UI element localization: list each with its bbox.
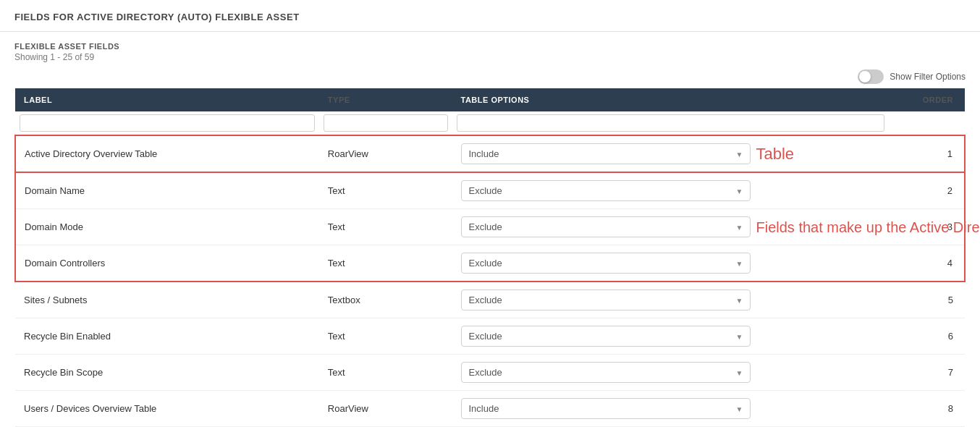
select-wrapper: IncludeExclude ▼: [461, 253, 751, 274]
table-row: Domain Name Text IncludeExclude ▼ 2: [15, 172, 965, 209]
cell-order: 3: [889, 209, 965, 245]
cell-order: 5: [889, 282, 965, 318]
table-row: Active Directory Overview Table RoarView…: [15, 135, 965, 172]
table-container: LABEL TYPE TABLE OPTIONS ORDER Active Di…: [0, 88, 980, 427]
option-select[interactable]: IncludeExclude: [461, 216, 751, 237]
filter-row: [15, 111, 965, 135]
cell-label: Active Directory Overview Table: [15, 135, 319, 172]
fields-table: LABEL TYPE TABLE OPTIONS ORDER Active Di…: [14, 88, 966, 427]
cell-options: IncludeExclude ▼: [452, 282, 890, 318]
toggle[interactable]: [858, 69, 884, 84]
table-row: Recycle Bin Scope Text IncludeExclude ▼ …: [15, 355, 965, 391]
header-order: ORDER: [889, 88, 965, 111]
table-row: Recycle Bin Enabled Text IncludeExclude …: [15, 318, 965, 355]
cell-label: Domain Name: [15, 172, 319, 209]
cell-type: Text: [319, 355, 452, 391]
cell-options: IncludeExclude ▼: [452, 355, 890, 391]
cell-order: 2: [889, 172, 965, 209]
cell-options: IncludeExclude ▼: [452, 172, 890, 209]
cell-type: RoarView: [319, 135, 452, 172]
option-select[interactable]: IncludeExclude: [461, 326, 751, 347]
select-wrapper: IncludeExclude ▼: [461, 180, 751, 201]
table-row: Domain Controllers Text IncludeExclude ▼…: [15, 245, 965, 282]
option-select[interactable]: IncludeExclude: [461, 362, 751, 383]
cell-type: Textbox: [319, 282, 452, 318]
cell-type: Text: [319, 318, 452, 355]
annotation-table: Table: [756, 145, 795, 164]
table-row: Sites / Subnets Textbox IncludeExclude ▼…: [15, 282, 965, 318]
page-title: FIELDS FOR ACTIVE DIRECTORY (AUTO) FLEXI…: [14, 12, 966, 22]
cell-options: IncludeExclude ▼: [452, 245, 890, 282]
page-header: FIELDS FOR ACTIVE DIRECTORY (AUTO) FLEXI…: [0, 0, 980, 32]
table-header-row: LABEL TYPE TABLE OPTIONS ORDER: [15, 88, 965, 111]
cell-options: IncludeExclude ▼ Fields that make up the…: [452, 209, 890, 245]
cell-options: IncludeExclude ▼: [452, 391, 890, 427]
option-select[interactable]: IncludeExclude: [461, 253, 751, 274]
options-filter[interactable]: [457, 114, 885, 132]
cell-label: Recycle Bin Scope: [15, 355, 319, 391]
cell-order: 7: [889, 355, 965, 391]
label-filter[interactable]: [20, 114, 315, 132]
section-title: FLEXIBLE ASSET FIELDS: [14, 42, 966, 51]
option-select[interactable]: IncludeExclude: [461, 143, 751, 164]
header-type: TYPE: [319, 88, 452, 111]
table-row: Domain Mode Text IncludeExclude ▼ Fields…: [15, 209, 965, 245]
table-row: Users / Devices Overview Table RoarView …: [15, 391, 965, 427]
cell-options: IncludeExclude ▼: [452, 318, 890, 355]
select-wrapper: IncludeExclude ▼: [461, 289, 751, 310]
cell-label: Sites / Subnets: [15, 282, 319, 318]
cell-label: Domain Mode: [15, 209, 319, 245]
controls-bar: Show Filter Options: [0, 65, 980, 88]
select-wrapper: IncludeExclude ▼: [461, 143, 751, 164]
option-select[interactable]: IncludeExclude: [461, 180, 751, 201]
cell-order: 6: [889, 318, 965, 355]
section-header: FLEXIBLE ASSET FIELDS Showing 1 - 25 of …: [0, 32, 980, 65]
toggle-thumb: [859, 71, 871, 83]
page-wrapper: FIELDS FOR ACTIVE DIRECTORY (AUTO) FLEXI…: [0, 0, 980, 427]
header-label: LABEL: [15, 88, 319, 111]
select-wrapper: IncludeExclude ▼: [461, 362, 751, 383]
cell-label: Domain Controllers: [15, 245, 319, 282]
cell-type: Text: [319, 245, 452, 282]
section-subtitle: Showing 1 - 25 of 59: [14, 52, 966, 62]
type-filter[interactable]: [324, 114, 448, 132]
cell-label: Users / Devices Overview Table: [15, 391, 319, 427]
toggle-label: Show Filter Options: [890, 72, 966, 82]
toggle-track: [858, 69, 884, 84]
cell-order: 4: [889, 245, 965, 282]
cell-type: Text: [319, 172, 452, 209]
select-wrapper: IncludeExclude ▼: [461, 326, 751, 347]
cell-order: 1: [889, 135, 965, 172]
cell-order: 8: [889, 391, 965, 427]
cell-options: IncludeExclude ▼ Table: [452, 135, 890, 172]
option-select[interactable]: IncludeExclude: [461, 398, 751, 419]
header-options: TABLE OPTIONS: [452, 88, 890, 111]
cell-type: Text: [319, 209, 452, 245]
select-wrapper: IncludeExclude ▼: [461, 216, 751, 237]
cell-label: Recycle Bin Enabled: [15, 318, 319, 355]
option-select[interactable]: IncludeExclude: [461, 289, 751, 310]
select-wrapper: IncludeExclude ▼: [461, 398, 751, 419]
cell-type: RoarView: [319, 391, 452, 427]
